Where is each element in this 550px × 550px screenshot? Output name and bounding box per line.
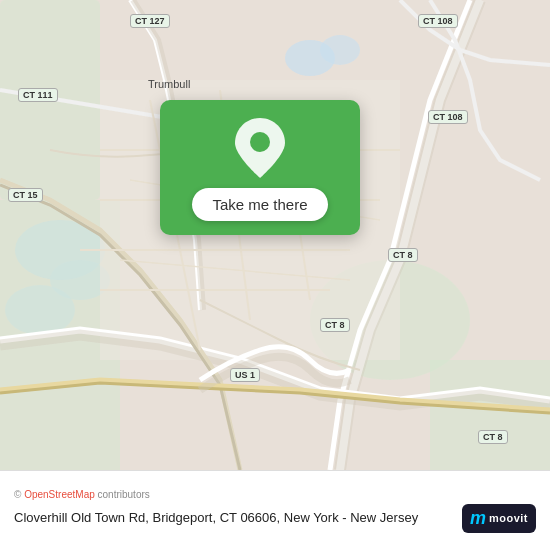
map-pin-icon: [235, 118, 285, 178]
trumbull-label: Trumbull: [148, 78, 190, 90]
route-badge-ct108-right: CT 108: [428, 110, 468, 124]
map-area: Trumbull CT 127 CT 111 CT 108 CT 108 CT …: [0, 0, 550, 470]
address-row: Cloverhill Old Town Rd, Bridgeport, CT 0…: [14, 504, 536, 533]
route-badge-ct8-mid: CT 8: [388, 248, 418, 262]
map-attribution: © OpenStreetMap contributors: [14, 489, 536, 500]
route-badge-ct15: CT 15: [8, 188, 43, 202]
map-svg: [0, 0, 550, 470]
moovit-m-letter: m: [470, 508, 486, 529]
route-badge-ct8-bottom: CT 8: [478, 430, 508, 444]
svg-point-4: [320, 35, 360, 65]
route-badge-ct127: CT 127: [130, 14, 170, 28]
location-card: Take me there: [160, 100, 360, 235]
take-me-there-button[interactable]: Take me there: [192, 188, 327, 221]
route-badge-ct108-top: CT 108: [418, 14, 458, 28]
moovit-logo-box: m moovit: [462, 504, 536, 533]
address-text: Cloverhill Old Town Rd, Bridgeport, CT 0…: [14, 509, 452, 527]
bottom-bar: © OpenStreetMap contributors Cloverhill …: [0, 470, 550, 550]
route-badge-us1: US 1: [230, 368, 260, 382]
moovit-logo: m moovit: [462, 504, 536, 533]
route-badge-ct8-lower: CT 8: [320, 318, 350, 332]
svg-rect-8: [430, 360, 550, 470]
app-container: Trumbull CT 127 CT 111 CT 108 CT 108 CT …: [0, 0, 550, 550]
moovit-brand-name: moovit: [489, 512, 528, 524]
route-badge-ct111: CT 111: [18, 88, 58, 102]
svg-point-10: [250, 132, 270, 152]
